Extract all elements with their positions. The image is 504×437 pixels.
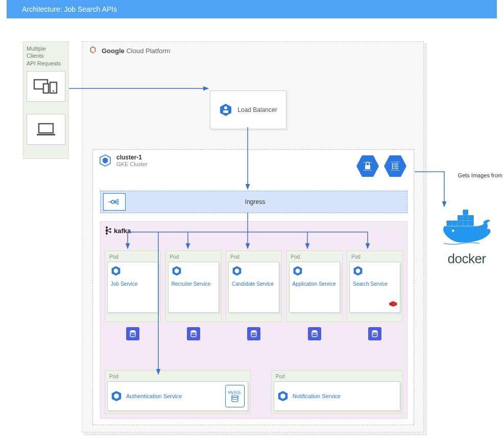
- svg-marker-9: [103, 157, 108, 164]
- svg-rect-71: [469, 215, 474, 220]
- svg-line-37: [108, 229, 110, 231]
- ingress-port-icon: [103, 193, 126, 211]
- database-icon: [126, 327, 139, 340]
- gcp-header: Google Cloud Platform: [82, 42, 423, 59]
- svg-point-30: [106, 226, 108, 228]
- gcp-logo-icon: [88, 46, 98, 55]
- svg-point-3: [53, 90, 54, 91]
- cluster-container: cluster-1 GKE Cluster Ingress: [92, 149, 414, 425]
- svg-point-61: [232, 395, 238, 397]
- docker-logo: docker: [434, 208, 500, 267]
- svg-point-27: [117, 199, 119, 201]
- kubernetes-icon: [277, 390, 289, 402]
- svg-point-28: [117, 201, 119, 203]
- load-balancer-icon: [219, 103, 232, 117]
- svg-point-41: [130, 330, 135, 332]
- svg-point-29: [117, 203, 119, 205]
- kafka-area: kafka Pod Job Service: [100, 221, 407, 419]
- svg-rect-7: [223, 110, 228, 113]
- bottom-pods-row: Pod Authentication Service MySQL Pod: [105, 370, 403, 414]
- svg-rect-65: [452, 221, 458, 226]
- svg-point-58: [372, 332, 377, 334]
- clients-label: Multiple Clients API Requests: [27, 45, 65, 67]
- docker-whale-icon: [439, 208, 495, 249]
- svg-point-49: [251, 330, 256, 332]
- svg-point-57: [372, 330, 377, 332]
- svg-point-45: [191, 330, 196, 332]
- database-icon: [187, 327, 200, 340]
- clients-group: Multiple Clients API Requests: [23, 41, 69, 159]
- svg-rect-1: [43, 84, 49, 93]
- pod-notif: Pod Notification Service: [271, 370, 403, 414]
- docker-label: Gets Images from: [458, 172, 502, 178]
- diagram-canvas: Multiple Clients API Requests: [0, 18, 504, 435]
- svg-rect-73: [447, 221, 452, 226]
- redis-icon: [389, 300, 398, 309]
- svg-rect-66: [458, 221, 463, 226]
- laptop-icon: [27, 114, 65, 145]
- kafka-label: kafka: [105, 226, 403, 235]
- pod-recruiter: Pod Recruiter Service: [165, 250, 222, 340]
- mysql-icon: MySQL: [225, 385, 245, 407]
- svg-point-53: [312, 330, 317, 332]
- ingress-label: Ingress: [126, 198, 407, 205]
- svg-point-16: [392, 166, 394, 167]
- svg-point-6: [224, 106, 227, 109]
- title-text: Architecture: Job Search APIs: [22, 5, 117, 13]
- database-icon: [247, 327, 260, 340]
- svg-point-32: [106, 233, 108, 235]
- docker-wordmark: docker: [434, 251, 500, 267]
- kafka-icon: [105, 226, 112, 235]
- svg-point-22: [111, 200, 114, 203]
- title-bar: Architecture: Job Search APIs: [7, 0, 497, 18]
- service-card: Job Service: [107, 262, 158, 313]
- cluster-name: cluster-1: [116, 154, 148, 161]
- svg-rect-69: [458, 215, 463, 220]
- devices-icon: [27, 71, 65, 102]
- pod-search: Pod Search Service: [347, 250, 403, 340]
- pod-auth: Pod Authentication Service MySQL: [105, 370, 251, 414]
- svg-point-31: [106, 229, 108, 232]
- list-badge-icon: [384, 154, 406, 178]
- svg-point-74: [452, 229, 454, 232]
- kubernetes-icon: [172, 265, 182, 277]
- svg-rect-10: [365, 165, 370, 169]
- cluster-badges: [356, 154, 406, 178]
- database-icon: [368, 327, 381, 340]
- kubernetes-icon: [353, 265, 363, 277]
- load-balancer-label: Load Balancer: [237, 106, 277, 113]
- security-badge-icon: [356, 154, 379, 178]
- kubernetes-icon: [232, 265, 242, 277]
- svg-marker-5: [220, 104, 231, 116]
- svg-point-62: [232, 397, 238, 399]
- svg-rect-68: [469, 221, 474, 226]
- gcp-container: Google Cloud Platform Load Balancer clus…: [82, 41, 424, 432]
- svg-line-38: [108, 231, 110, 232]
- svg-rect-70: [463, 215, 468, 220]
- pod-application: Pod Application Service: [286, 250, 343, 340]
- ingress-bar: Ingress: [100, 191, 407, 213]
- gke-icon: [99, 154, 111, 167]
- svg-rect-72: [463, 210, 468, 215]
- pod-job: Pod Job Service: [105, 250, 161, 340]
- kubernetes-icon: [293, 265, 303, 277]
- svg-point-50: [251, 332, 256, 334]
- pods-row: Pod Job Service Pod: [105, 250, 403, 340]
- svg-point-54: [312, 332, 317, 334]
- svg-point-18: [392, 168, 394, 169]
- svg-rect-67: [463, 221, 468, 226]
- kubernetes-icon: [111, 265, 121, 277]
- svg-rect-4: [39, 124, 53, 133]
- kubernetes-icon: [111, 390, 122, 402]
- cluster-subtitle: GKE Cluster: [116, 161, 148, 167]
- svg-point-33: [109, 228, 111, 230]
- svg-point-42: [130, 332, 135, 334]
- svg-point-14: [392, 164, 394, 165]
- svg-point-46: [191, 332, 196, 334]
- database-icon: [308, 327, 321, 340]
- pod-candidate: Pod Candidate Service: [226, 250, 282, 340]
- load-balancer-node: Load Balancer: [210, 90, 286, 129]
- svg-point-34: [109, 231, 111, 233]
